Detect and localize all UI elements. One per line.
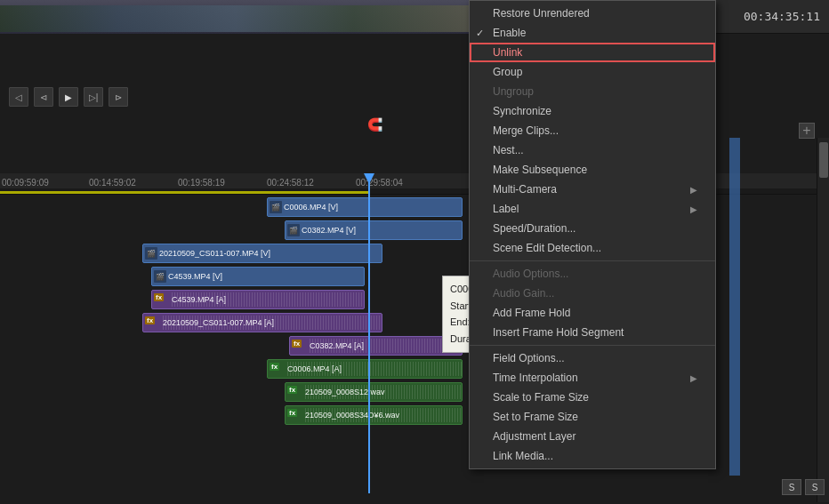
video-icon-4: 🎬 xyxy=(154,270,166,283)
clip-label-2: C0382.MP4 [V] xyxy=(302,226,356,235)
menu-scene-edit[interactable]: Scene Edit Detection... xyxy=(470,238,715,258)
menu-label: Ungroup xyxy=(493,85,534,98)
menu-label: Add Frame Hold xyxy=(493,307,570,319)
menu-enable[interactable]: ✓ Enable xyxy=(470,23,715,43)
transport-prev-frame[interactable]: ⊲ xyxy=(34,87,53,107)
menu-label: Multi-Camera xyxy=(493,183,557,196)
menu-label: Link Media... xyxy=(493,450,553,462)
menu-link-media[interactable]: Link Media... xyxy=(470,446,715,466)
clip-20210509-a[interactable]: fx 20210509_CS011-007.MP4 [A] xyxy=(142,313,382,332)
clip-label: C0006.MP4 [V] xyxy=(284,203,338,212)
ruler-time-1: 00:09:59:09 xyxy=(2,178,49,188)
menu-add-frame-hold[interactable]: Add Frame Hold xyxy=(470,303,715,323)
video-icon-3: 🎬 xyxy=(145,247,157,260)
video-icon-2: 🎬 xyxy=(287,224,300,236)
btn-s-2[interactable]: S xyxy=(805,479,825,495)
bottom-buttons: S S xyxy=(782,479,825,495)
clip-c4539-v[interactable]: 🎬 C4539.MP4 [V] xyxy=(151,267,365,286)
menu-ungroup: Ungroup xyxy=(470,82,715,101)
menu-synchronize[interactable]: Synchronize xyxy=(470,101,715,121)
clip-label-3: 20210509_CS011-007.MP4 [V] xyxy=(159,249,270,258)
menu-label: Unlink xyxy=(493,46,522,59)
right-scrollbar[interactable] xyxy=(817,138,829,502)
menu-label[interactable]: Label ▶ xyxy=(470,199,715,219)
menu-label: Enable xyxy=(493,27,526,39)
menu-label: Scene Edit Detection... xyxy=(493,242,601,254)
menu-label: Group xyxy=(493,66,522,78)
btn-s-1[interactable]: S xyxy=(782,479,801,495)
separator-2 xyxy=(470,345,715,346)
scrollbar-thumb xyxy=(819,142,828,178)
menu-time-interpolation[interactable]: Time Interpolation ▶ xyxy=(470,368,715,388)
snap-icon: 🧲 xyxy=(367,117,382,132)
separator-1 xyxy=(470,260,715,261)
clip-c0382-v[interactable]: 🎬 C0382.MP4 [V] xyxy=(285,220,463,240)
fx-badge-4: fx xyxy=(270,363,279,371)
menu-multi-camera[interactable]: Multi-Camera ▶ xyxy=(470,180,715,199)
blue-sidebar xyxy=(729,138,740,476)
menu-group[interactable]: Group xyxy=(470,62,715,82)
fx-badge-3: fx xyxy=(292,340,302,348)
transport-mark-in[interactable]: ◁ xyxy=(9,87,28,107)
preview-thumbnail xyxy=(0,0,471,34)
menu-insert-frame-hold[interactable]: Insert Frame Hold Segment xyxy=(470,323,715,342)
menu-label: Adjustment Layer xyxy=(493,430,575,443)
timeline-area: Fit 00:34:35:11 + ◁ ⊲ ▶ ▷| ⊳ 🧲 00:09:59:… xyxy=(0,0,829,504)
menu-label: Audio Gain... xyxy=(493,287,554,300)
fx-badge-5: fx xyxy=(287,386,297,394)
context-menu: Restore Unrendered ✓ Enable Unlink Group… xyxy=(469,0,716,469)
arrow-icon-2: ▶ xyxy=(690,204,697,214)
clip-c0006-audio[interactable]: fx C0006.MP4 [A] xyxy=(267,359,463,379)
time-display: 00:34:35:11 xyxy=(744,10,820,23)
fx-badge: fx xyxy=(154,293,164,301)
menu-speed-duration[interactable]: Speed/Duration... xyxy=(470,219,715,238)
menu-restore-unrendered[interactable]: Restore Unrendered xyxy=(470,4,715,23)
ruler-time-4: 00:24:58:12 xyxy=(267,178,314,188)
menu-label: Make Subsequence xyxy=(493,164,587,176)
menu-label: Nest... xyxy=(493,144,524,156)
clip-c4539-a[interactable]: fx C4539.MP4 [A] xyxy=(151,290,365,309)
menu-label: Restore Unrendered xyxy=(493,7,590,20)
video-icon: 🎬 xyxy=(270,201,282,213)
clip-c0006-v[interactable]: 🎬 C0006.MP4 [V] xyxy=(267,197,463,217)
clip-wav1[interactable]: fx 210509_0008S12.wav xyxy=(285,382,463,402)
menu-adjustment-layer[interactable]: Adjustment Layer xyxy=(470,427,715,446)
clip-20210509-v[interactable]: 🎬 20210509_CS011-007.MP4 [V] xyxy=(142,244,382,263)
menu-label: Merge Clips... xyxy=(493,124,559,137)
menu-unlink[interactable]: Unlink xyxy=(470,43,715,62)
add-track-button[interactable]: + xyxy=(799,123,815,139)
menu-label: Audio Options... xyxy=(493,268,568,280)
check-icon: ✓ xyxy=(476,28,484,39)
transport-play[interactable]: ▶ xyxy=(59,87,78,107)
menu-label: Speed/Duration... xyxy=(493,222,575,235)
fx-badge-6: fx xyxy=(287,409,297,417)
transport-mark-out[interactable]: ⊳ xyxy=(109,87,128,107)
menu-label: Synchronize xyxy=(493,105,551,117)
menu-field-options[interactable]: Field Options... xyxy=(470,348,715,368)
menu-audio-options: Audio Options... xyxy=(470,264,715,284)
menu-scale-to-frame[interactable]: Scale to Frame Size xyxy=(470,388,715,407)
fx-badge-2: fx xyxy=(145,316,155,324)
arrow-icon-3: ▶ xyxy=(690,373,697,383)
clip-label-4: C4539.MP4 [V] xyxy=(168,272,222,281)
clip-wav2[interactable]: fx 210509_0008S34D¥6.wav xyxy=(285,405,463,425)
menu-label: Insert Frame Hold Segment xyxy=(493,326,624,339)
menu-label: Scale to Frame Size xyxy=(493,391,589,404)
menu-audio-gain: Audio Gain... xyxy=(470,284,715,303)
ruler-time-2: 00:14:59:02 xyxy=(89,178,136,188)
menu-label: Set to Frame Size xyxy=(493,411,578,423)
transport-next-frame[interactable]: ▷| xyxy=(84,87,103,107)
menu-set-to-frame[interactable]: Set to Frame Size xyxy=(470,407,715,427)
menu-make-subsequence[interactable]: Make Subsequence xyxy=(470,160,715,180)
clip-c0382-a[interactable]: fx C0382.MP4 [A] xyxy=(289,336,463,356)
menu-nest[interactable]: Nest... xyxy=(470,140,715,160)
ruler-time-5: 00:29:58:04 xyxy=(356,178,403,188)
playhead xyxy=(368,173,370,493)
transport-controls: ◁ ⊲ ▶ ▷| ⊳ xyxy=(9,87,128,107)
menu-merge-clips[interactable]: Merge Clips... xyxy=(470,121,715,140)
menu-label: Label xyxy=(493,203,519,215)
menu-label: Field Options... xyxy=(493,352,565,364)
menu-label: Time Interpolation xyxy=(493,372,578,384)
arrow-icon: ▶ xyxy=(690,185,697,195)
ruler-time-3: 00:19:58:19 xyxy=(178,178,225,188)
